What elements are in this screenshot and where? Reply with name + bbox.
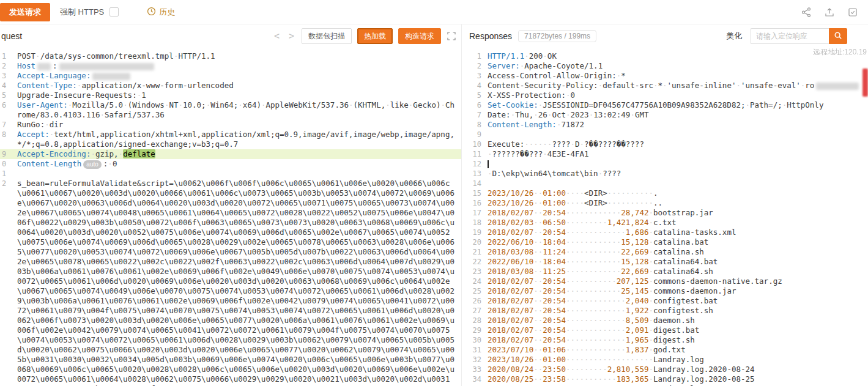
code-line: 5Upgrade-Insecure-Requests:·1 [0, 91, 461, 100]
code-line: 6Set-Cookie:·JSESSIONID=DF04567C47756A10… [462, 100, 868, 110]
line-content: ·??????��???·4E3E-4FA1 [481, 149, 868, 159]
text-caret [488, 160, 489, 168]
redacted-blur [816, 83, 859, 90]
top-toolbar: 发送请求 强制 HTTPS 历史 [0, 0, 868, 24]
code-line: 302018/02/07··20:54·············1,965·di… [462, 335, 868, 345]
code-line: 9Accept-Encoding:·gzip,·deflate [0, 149, 461, 159]
line-content: 2022/06/10··18:04············15,128·cata… [481, 257, 868, 267]
line-content: 2018/02/07··20:54············28,742·boot… [481, 208, 868, 218]
request-editor[interactable]: 1POST·/data/sys-common/treexml.tmpl·HTTP… [0, 48, 461, 386]
line-number: 21 [462, 247, 481, 257]
expand-icon[interactable] [447, 31, 456, 41]
prev-request-arrow[interactable]: < [272, 31, 281, 42]
response-search-box [751, 28, 847, 44]
line-number: 10 [462, 139, 481, 149]
line-number: 29 [462, 325, 481, 335]
next-request-arrow[interactable]: > [287, 31, 296, 42]
search-button[interactable] [829, 28, 847, 44]
code-line: 11·??????��???·4E3E-4FA1 [462, 149, 868, 159]
export-icon[interactable] [824, 7, 835, 18]
line-content: 2018/02/07··20:54············25,145·comm… [481, 286, 868, 296]
line-content: ·D:\ekp\win64\tomcat\bin·???? [481, 169, 868, 179]
code-line: 14 [462, 179, 868, 188]
magnifier-icon [834, 31, 842, 42]
code-line: 222022/06/10··18:04············15,128·ca… [462, 257, 868, 267]
line-number: 1 [462, 51, 481, 61]
code-line: 202022/06/10··18:04············15,128·ca… [462, 237, 868, 247]
construct-request-button[interactable]: 构造请求 [398, 28, 441, 44]
response-panel-header: Responses 71872bytes / 199ms 美化 [462, 24, 868, 48]
code-line: 5X-XSS-Protection:·0 [462, 91, 868, 100]
code-line: 322023/10/26··01:00···················La… [462, 355, 868, 365]
line-content: HTTP/1.1·200·OK [481, 51, 868, 61]
line-content: 2018/02/07··20:54·············2,040·conf… [481, 296, 868, 306]
line-number: 5 [0, 91, 10, 100]
line-content: Access-Control-Allow-Origin:·* [481, 71, 868, 81]
code-line: 2Host: [0, 61, 461, 71]
line-number: 22 [462, 257, 481, 267]
request-tab-label: quest [1, 31, 22, 41]
redaction-marker [862, 69, 868, 97]
line-content: s_bean=ruleFormulaValidate&script=\u0062… [10, 179, 461, 386]
line-content: Execute:······????·D·?��????��???? [481, 139, 868, 149]
line-number: 32 [462, 355, 481, 365]
line-number: 27 [462, 306, 481, 316]
line-number: 2 [0, 61, 10, 71]
line-content: Server:·Apache-Coyote/1.1 [481, 61, 868, 71]
line-content: Accept:·text/html,application/xhtml+xml,… [10, 130, 461, 149]
line-content: Content-Security-Policy:·default-src·*·'… [481, 81, 868, 91]
code-line: 9 [462, 130, 868, 139]
line-content: 2022/06/10··18:04············15,128·cata… [481, 237, 868, 247]
verify-check-icon[interactable] [847, 7, 858, 18]
line-number: 15 [462, 188, 481, 198]
line-content: 2018/02/07··20:54·············2,091·dige… [481, 325, 868, 335]
response-search-input[interactable] [751, 28, 829, 44]
code-line: 2s_bean=ruleFormulaValidate&script=\u006… [0, 179, 461, 386]
force-https-checkbox[interactable] [109, 7, 119, 17]
line-number: 1 [0, 169, 10, 179]
hot-load-button[interactable]: 热加载 [357, 28, 393, 44]
send-request-button[interactable]: 发送请求 [0, 3, 50, 21]
line-number: 16 [462, 198, 481, 208]
line-number: 28 [462, 316, 481, 325]
line-content: Upgrade-Insecure-Requests:·1 [10, 91, 461, 100]
line-content: 2020/08/25··23:58···········183,365·Land… [481, 374, 868, 384]
history-clock-icon [147, 7, 156, 18]
line-content: 2018/02/07··20:54·············1,965·dige… [481, 335, 868, 345]
line-content: X-XSS-Protection:·0 [481, 91, 868, 100]
code-line: 3Accept-Language: [0, 71, 461, 81]
line-content: Date:·Thu,·26·Oct·2023·13:02:49·GMT [481, 110, 868, 120]
history-button[interactable]: 历史 [147, 7, 175, 18]
packet-scan-button[interactable]: 数据包扫描 [302, 28, 352, 44]
toolbar-right-icons [801, 7, 868, 18]
code-line: 182018/02/03··06:50·········1,421,824·c.… [462, 218, 868, 228]
line-number: 26 [462, 296, 481, 306]
line-number: 13 [462, 169, 481, 179]
code-line: 332020/08/24··23:50·········2,810,559·La… [462, 365, 868, 374]
response-editor[interactable]: 1HTTP/1.1·200·OK2Server:·Apache-Coyote/1… [462, 48, 868, 386]
code-line: 252018/02/07··20:54············25,145·co… [462, 286, 868, 296]
code-line: 242018/02/07··20:54···········207,125·co… [462, 277, 868, 286]
response-panel: Responses 71872bytes / 199ms 美化 [461, 24, 868, 386]
response-stats-badge: 71872bytes / 199ms [518, 30, 596, 42]
line-content [481, 130, 868, 139]
line-number: 33 [462, 365, 481, 374]
code-line: 3Access-Control-Allow-Origin:·* [462, 71, 868, 81]
code-line: 10Execute:······????·D·?��????��???? [462, 139, 868, 149]
code-line: 342020/08/25··23:58···········183,365·La… [462, 374, 868, 384]
code-line: 152023/10/26··01:00····<DIR>··········. [462, 188, 868, 198]
line-content [481, 159, 868, 169]
code-line: 162023/10/26··01:00····<DIR>··········.. [462, 198, 868, 208]
line-number: 4 [0, 81, 10, 91]
line-number: 34 [462, 374, 481, 384]
responses-tab-label[interactable]: Responses [469, 31, 512, 41]
line-content: 2018/02/07··20:54·············8,509·daem… [481, 316, 868, 325]
line-number: 8 [0, 130, 10, 149]
line-content [10, 169, 461, 179]
line-number: 20 [462, 237, 481, 247]
line-content: 2018/02/07··20:54·············1,686·cata… [481, 228, 868, 237]
line-content: 2023/07/10··01:06·············1,837·god.… [481, 345, 868, 355]
beautify-button[interactable]: 美化 [726, 31, 742, 42]
line-content: 2018/02/07··20:54···········207,125·comm… [481, 277, 868, 286]
share-icon[interactable] [801, 7, 812, 18]
